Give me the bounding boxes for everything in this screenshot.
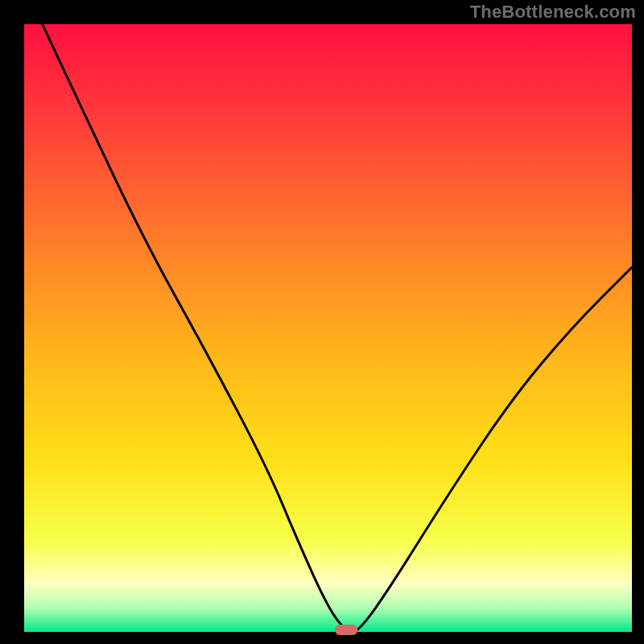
chart-container: TheBottleneck.com xyxy=(0,0,644,644)
optimal-marker xyxy=(335,625,357,635)
gradient-background xyxy=(24,24,632,632)
bottleneck-chart xyxy=(0,0,644,644)
